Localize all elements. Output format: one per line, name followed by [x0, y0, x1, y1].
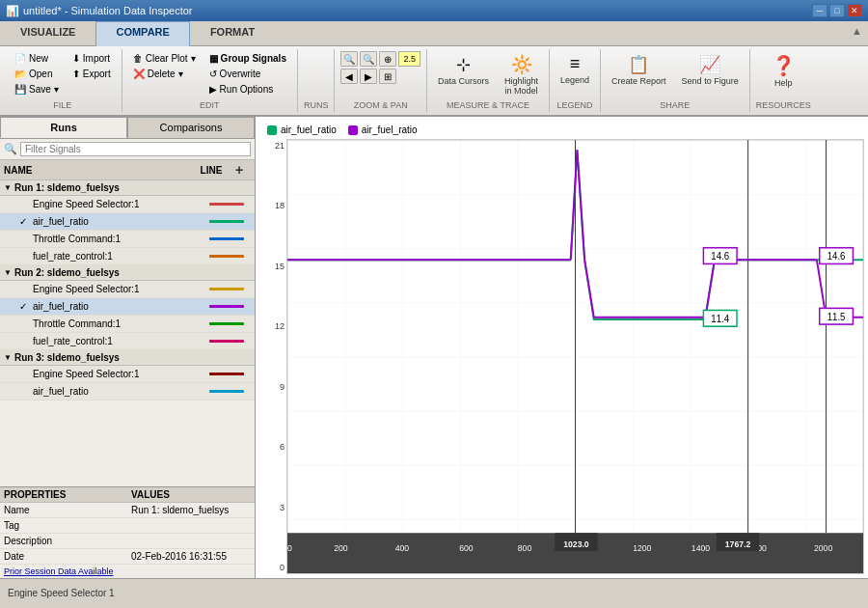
svg-text:800: 800	[518, 543, 531, 553]
run-group-2: ▼ Run 2: sldemo_fuelsys Engine Speed Sel…	[0, 265, 255, 350]
list-item[interactable]: Throttle Command:1	[0, 316, 255, 333]
help-icon: ❓	[772, 54, 796, 77]
add-signal-btn[interactable]: +	[235, 162, 251, 178]
panel-tabs: Runs Comparisons	[0, 117, 255, 139]
clear-icon: 🗑	[133, 53, 143, 64]
report-icon: 📋	[628, 54, 649, 75]
collapse-icon: ▼	[4, 268, 12, 277]
data-cursors-btn[interactable]: ⊹ Data Cursors	[433, 51, 494, 89]
ribbon-group-legend: ≡ Legend LEGEND	[550, 49, 601, 112]
list-item[interactable]: ✓ air_fuel_ratio	[0, 298, 255, 316]
run-options-btn[interactable]: ▶ Run Options	[204, 82, 291, 97]
list-item[interactable]: Engine Speed Selector:1	[0, 281, 255, 298]
tab-compare[interactable]: COMPARE	[95, 21, 189, 46]
ribbon-group-edit: 🗑 Clear Plot ▾ ❌ Delete ▾ ▦ Group Signal…	[122, 49, 298, 112]
prop-row-name: Name Run 1: sldemo_fuelsys	[0, 503, 255, 518]
list-item[interactable]: air_fuel_ratio	[0, 383, 255, 401]
svg-text:14.6: 14.6	[711, 251, 729, 262]
chart-svg: 14.6 11.4 14.6 11.5 0 200 400 600 800	[287, 140, 863, 573]
export-btn[interactable]: ⬆ Export	[68, 67, 116, 81]
tab-runs[interactable]: Runs	[0, 117, 127, 138]
maximize-btn[interactable]: □	[829, 4, 845, 17]
minimize-btn[interactable]: ─	[812, 4, 827, 17]
ribbon-collapse-btn[interactable]: ▲	[846, 21, 868, 45]
delete-icon: ❌	[133, 69, 145, 79]
list-item[interactable]: fuel_rate_control:1	[0, 333, 255, 350]
zoom-box-btn[interactable]: ⊞	[379, 69, 396, 84]
open-btn[interactable]: 📂 Open	[10, 67, 64, 81]
cursor-icon: ⊹	[456, 54, 471, 75]
new-btn[interactable]: 📄 New	[10, 51, 64, 66]
prop-row-tag: Tag	[0, 518, 255, 534]
run-1-label[interactable]: ▼ Run 1: sldemo_fuelsys	[0, 180, 255, 196]
signal-list: ▼ Run 1: sldemo_fuelsys Engine Speed Sel…	[0, 180, 255, 486]
list-item[interactable]: Throttle Command:1	[0, 231, 255, 248]
close-btn[interactable]: ✕	[847, 4, 862, 17]
ribbon-group-runs: RUNS	[298, 49, 336, 112]
filter-input[interactable]	[20, 142, 251, 156]
svg-text:200: 200	[334, 543, 347, 553]
import-icon: ⬇	[72, 53, 80, 64]
chart-legend: air_fuel_ratio air_fuel_ratio	[259, 123, 864, 139]
save-btn[interactable]: 💾 Save ▾	[10, 82, 64, 97]
svg-text:1400: 1400	[692, 543, 710, 553]
overwrite-btn[interactable]: ↺ Overwrite	[204, 67, 291, 81]
ribbon-group-zoom: 🔍 🔍 ⊕ 2.5 ◀ ▶ ⊞ ZOOM & PAN	[335, 49, 427, 112]
export-icon: ⬆	[72, 69, 80, 79]
svg-text:11.5: 11.5	[827, 312, 846, 322]
overwrite-icon: ↺	[209, 69, 217, 79]
ribbon-tab-bar: VISUALIZE COMPARE FORMAT ▲	[0, 21, 868, 46]
legend-label-1: air_fuel_ratio	[281, 124, 337, 135]
save-icon: 💾	[14, 84, 26, 95]
svg-text:400: 400	[395, 543, 409, 553]
prior-session-link[interactable]: Prior Session Data Available	[0, 565, 255, 578]
svg-text:0: 0	[287, 543, 292, 553]
svg-text:1023.0: 1023.0	[563, 539, 588, 549]
tab-format[interactable]: FORMAT	[190, 21, 275, 45]
chart-container[interactable]: 14.6 11.4 14.6 11.5 0 200 400 600 800	[286, 139, 864, 574]
collapse-icon: ▼	[4, 353, 12, 362]
list-item[interactable]: ✓ air_fuel_ratio	[0, 213, 255, 231]
legend-label-2: air_fuel_ratio	[362, 124, 418, 135]
svg-text:600: 600	[459, 543, 473, 553]
signal-list-header: NAME LINE +	[0, 160, 255, 180]
pan-left-btn[interactable]: ◀	[340, 69, 358, 84]
svg-rect-7	[594, 318, 706, 320]
window-controls: ─ □ ✕	[812, 4, 862, 17]
zoom-fit-btn[interactable]: ⊕	[379, 51, 396, 67]
svg-text:14.6: 14.6	[827, 251, 846, 262]
tab-comparisons[interactable]: Comparisons	[127, 117, 255, 138]
zoom-in-btn[interactable]: 🔍	[340, 51, 358, 67]
send-to-figure-btn[interactable]: 📈 Send to Figure	[677, 51, 744, 89]
import-btn[interactable]: ⬇ Import	[68, 51, 116, 66]
zoom-value: 2.5	[398, 51, 420, 67]
legend-btn[interactable]: ≡ Legend	[556, 51, 594, 88]
status-text: Engine Speed Selector 1	[8, 588, 115, 598]
highlight-model-btn[interactable]: 🔆 Highlight in Model	[500, 51, 543, 98]
create-report-btn[interactable]: 📋 Create Report	[607, 51, 671, 89]
ribbon-group-share: 📋 Create Report 📈 Send to Figure SHARE	[601, 49, 750, 112]
tab-visualize[interactable]: VISUALIZE	[0, 21, 95, 45]
svg-text:11.4: 11.4	[711, 314, 729, 324]
clear-plot-btn[interactable]: 🗑 Clear Plot ▾	[128, 51, 201, 66]
group-signals-btn[interactable]: ▦ Group Signals	[204, 51, 291, 66]
list-item[interactable]: Engine Speed Selector:1	[0, 366, 255, 383]
ribbon-group-measure: ⊹ Data Cursors 🔆 Highlight in Model MEAS…	[427, 49, 550, 112]
run-3-label[interactable]: ▼ Run 3: sldemo_fuelsys	[0, 350, 255, 366]
search-icon: 🔍	[4, 143, 17, 155]
new-icon: 📄	[14, 53, 26, 64]
list-item[interactable]: Engine Speed Selector:1	[0, 196, 255, 213]
left-panel: Runs Comparisons 🔍 NAME LINE + ▼ Run 1: …	[0, 117, 256, 578]
highlight-icon: 🔆	[511, 54, 532, 75]
main-content: Runs Comparisons 🔍 NAME LINE + ▼ Run 1: …	[0, 117, 868, 578]
delete-btn[interactable]: ❌ Delete ▾	[128, 67, 201, 81]
legend-icon: ≡	[570, 54, 581, 74]
status-bar: Engine Speed Selector 1	[0, 578, 868, 607]
zoom-out-btn[interactable]: 🔍	[360, 51, 377, 67]
list-item[interactable]: fuel_rate_control:1	[0, 248, 255, 265]
y-axis: 21 18 15 12 9 6 3 0	[259, 139, 286, 574]
run-2-label[interactable]: ▼ Run 2: sldemo_fuelsys	[0, 265, 255, 281]
svg-text:1200: 1200	[633, 543, 651, 553]
help-btn[interactable]: ❓ Help	[766, 51, 800, 91]
pan-right-btn[interactable]: ▶	[360, 69, 377, 84]
